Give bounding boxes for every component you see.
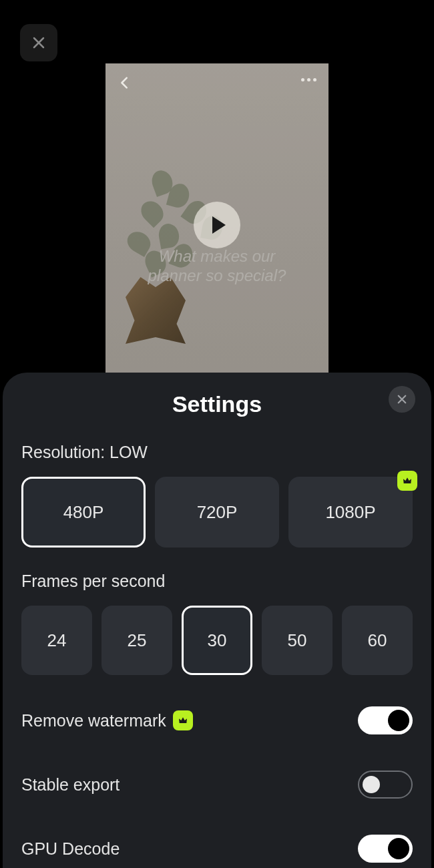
resolution-label: Resolution: LOW — [21, 443, 413, 462]
close-icon — [31, 35, 47, 51]
close-icon — [396, 393, 408, 405]
stable-export-toggle[interactable] — [358, 771, 413, 799]
fps-option-30[interactable]: 30 — [182, 606, 252, 675]
sheet-header: Settings — [21, 391, 413, 417]
more-dot — [307, 78, 310, 81]
resolution-option-480p[interactable]: 480P — [21, 477, 146, 548]
settings-sheet: Settings Resolution: LOW 480P 720P 1080P… — [3, 373, 431, 868]
resolution-option-1080p[interactable]: 1080P — [288, 477, 413, 548]
chevron-left-icon — [118, 75, 132, 90]
play-button[interactable] — [194, 202, 240, 248]
fps-label: Frames per second — [21, 572, 413, 591]
crown-icon — [402, 475, 413, 486]
more-dot — [301, 78, 304, 81]
stable-export-row: Stable export — [21, 763, 413, 806]
resolution-option-720p[interactable]: 720P — [155, 477, 279, 548]
gpu-decode-label: GPU Decode — [21, 839, 120, 859]
fps-options: 24 25 30 50 60 — [21, 606, 413, 675]
label-text: Remove watermark — [21, 711, 166, 730]
preview-back-button[interactable] — [118, 75, 132, 93]
toggle-knob — [388, 838, 409, 859]
remove-watermark-row: Remove watermark — [21, 699, 413, 742]
gpu-decode-row: GPU Decode — [21, 827, 413, 868]
option-label: 1080P — [325, 502, 375, 523]
premium-badge — [397, 471, 417, 491]
preview-more-button[interactable] — [301, 78, 316, 81]
toggle-knob — [363, 776, 380, 793]
more-dot — [313, 78, 316, 81]
sheet-close-button[interactable] — [389, 386, 415, 413]
resolution-options: 480P 720P 1080P — [21, 477, 413, 548]
fps-option-25[interactable]: 25 — [101, 606, 172, 675]
remove-watermark-label: Remove watermark — [21, 710, 193, 730]
premium-badge — [173, 710, 193, 730]
stable-export-label: Stable export — [21, 775, 120, 795]
fps-option-50[interactable]: 50 — [262, 606, 333, 675]
fps-option-60[interactable]: 60 — [342, 606, 413, 675]
toggle-knob — [388, 710, 409, 731]
crown-icon — [178, 715, 188, 726]
close-button[interactable] — [20, 24, 57, 61]
remove-watermark-toggle[interactable] — [358, 706, 413, 734]
sheet-title: Settings — [21, 391, 413, 417]
gpu-decode-toggle[interactable] — [358, 835, 413, 863]
fps-option-24[interactable]: 24 — [21, 606, 92, 675]
